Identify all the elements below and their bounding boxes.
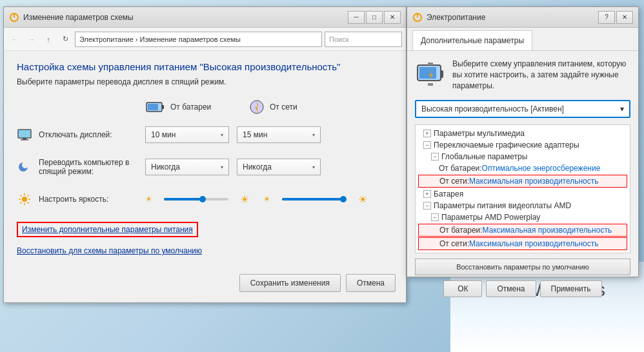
chevron-down-icon: ▾ (312, 164, 315, 170)
chevron-down-icon: ▾ (221, 132, 223, 138)
amd-battery-link[interactable]: Максимальная производительность (483, 226, 612, 235)
dialog-header-text: Выберите схему управления питанием, кото… (452, 59, 630, 91)
battery-column-icon (146, 101, 165, 113)
sleep-battery-value: Никогда (151, 162, 180, 171)
sun-large-mains-icon: ☀ (358, 193, 367, 206)
scheme-dropdown[interactable]: Высокая производительность [Активен] ▾ (415, 100, 630, 118)
tree-item-mains-max[interactable]: От сети: Максимальная производительность (418, 175, 627, 188)
display-mains-value: 15 мин (243, 130, 267, 139)
display-setting-label: Отключать дисплей: (39, 130, 145, 139)
back-button[interactable]: ← (8, 32, 22, 46)
tree-mains-prefix: От сети: (439, 177, 469, 186)
power-dialog-window: Электропитание ? ✕ Дополнительные параме… (407, 6, 639, 277)
tree-item-label: Батарея (434, 190, 463, 199)
sleep-mains-dropdown[interactable]: Никогда ▾ (237, 159, 321, 175)
display-battery-value: 10 мин (151, 130, 176, 139)
tree-item-amd-battery[interactable]: От батареи: Максимальная производительно… (418, 224, 627, 237)
dialog-header-area: Выберите схему управления питанием, кото… (415, 59, 630, 91)
advanced-settings-link[interactable]: Изменить дополнительные параметры питани… (17, 222, 198, 237)
tree-item-label: Параметры мультимедиа (434, 129, 525, 138)
breadcrumb: Электропитание › Изменение параметров сх… (79, 35, 241, 43)
tree-item-gpu[interactable]: − Переключаемые графические адаптеры (418, 139, 627, 151)
tree-item-battery[interactable]: + Батарея (418, 188, 627, 200)
sleep-battery-dropdown[interactable]: Никогда ▾ (145, 159, 229, 175)
close-button[interactable]: ✕ (384, 11, 401, 24)
tree-amd-mains-prefix: От сети: (439, 239, 469, 248)
tree-item-amd-powerplay[interactable]: − Параметры AMD Powerplay (418, 211, 627, 223)
cancel-button[interactable]: Отмена (346, 274, 396, 292)
battery-column-label: От батареи (170, 103, 211, 112)
sleep-mains-value: Никогда (243, 162, 272, 171)
sleep-controls: Никогда ▾ Никогда ▾ (145, 159, 321, 175)
expand-icon[interactable]: − (431, 153, 439, 161)
brightness-icon (17, 191, 32, 207)
main-window-buttons: Сохранить изменения Отмена (239, 274, 396, 292)
search-box[interactable]: Поиск (325, 32, 402, 47)
tree-amd-battery-prefix: От батареи: (439, 226, 483, 235)
svg-line-14 (28, 202, 29, 204)
svg-rect-5 (18, 130, 31, 138)
battery-opt-link[interactable]: Оптимальное энергосбережение (482, 164, 601, 173)
tree-item-amd-mains[interactable]: От сети: Максимальная производительность (418, 237, 627, 250)
restore-area: Восстановить параметры по умолчанию (415, 259, 630, 280)
tree-item-multimedia[interactable]: + Параметры мультимедиа (418, 128, 627, 139)
mains-brightness-slider[interactable] (282, 198, 347, 200)
scheme-value: Высокая производительность [Активен] (421, 104, 564, 113)
dialog-battery-icon (415, 59, 446, 90)
main-window-title: Изменение параметров схемы (23, 13, 348, 22)
cancel-button-dialog[interactable]: Отмена (486, 280, 536, 297)
up-button[interactable]: ↑ (41, 32, 55, 46)
minimize-button[interactable]: ─ (348, 11, 365, 24)
sleep-icon (17, 159, 32, 175)
main-window: Изменение параметров схемы ─ □ ✕ ← → ↑ ↻… (3, 6, 407, 303)
restore-defaults-link[interactable]: Восстановить для схемы параметры по умол… (17, 246, 393, 255)
forward-button[interactable]: → (25, 32, 39, 46)
dialog-window-controls: ? ✕ (598, 11, 633, 24)
display-battery-dropdown[interactable]: 10 мин ▾ (145, 126, 229, 143)
svg-rect-22 (428, 83, 433, 86)
restore-defaults-button[interactable]: Восстановить параметры по умолчанию (415, 259, 630, 275)
refresh-button[interactable]: ↻ (58, 32, 72, 46)
scheme-dropdown-arrow: ▾ (620, 104, 624, 113)
dialog-titlebar: Электропитание ? ✕ (407, 7, 638, 28)
dialog-help-button[interactable]: ? (598, 11, 615, 24)
tab-advanced-params[interactable]: Дополнительные параметры (412, 30, 532, 50)
expand-icon[interactable]: + (423, 190, 431, 198)
monitor-icon (17, 129, 32, 141)
tree-item-global[interactable]: − Глобальные параметры (418, 151, 627, 162)
svg-point-8 (22, 197, 27, 202)
expand-icon[interactable]: − (423, 141, 431, 149)
display-icon (17, 127, 32, 142)
svg-rect-2 (162, 105, 164, 109)
svg-line-13 (21, 195, 22, 197)
sleep-moon-icon (18, 161, 31, 173)
battery-column-header: От батареи (146, 101, 249, 113)
settings-tree-view[interactable]: + Параметры мультимедиа − Переключаемые … (415, 124, 630, 253)
sleep-setting-label: Переводить компьютер в спящий режим: (39, 158, 145, 176)
sleep-setting-row: Переводить компьютер в спящий режим: Ник… (17, 157, 393, 177)
apply-button[interactable]: Применить (540, 280, 602, 297)
tree-item-amd[interactable]: − Параметры питания видеоплаты AMD (418, 200, 627, 211)
mains-max-link[interactable]: Максимальная производительность (469, 177, 599, 186)
expand-icon[interactable]: − (431, 213, 439, 221)
brightness-setting-row: Настроить яркость: ☀ ☀ ☀ (17, 190, 393, 209)
sun-small-icon: ☀ (145, 195, 152, 204)
window-controls: ─ □ ✕ (348, 11, 401, 24)
dialog-power-icon (412, 12, 423, 23)
battery-brightness-slider[interactable] (164, 198, 228, 200)
content-area: Настройка схемы управления питанием "Выс… (4, 51, 406, 266)
save-button[interactable]: Сохранить изменения (239, 274, 341, 292)
ok-button[interactable]: ОК (443, 280, 482, 297)
maximize-button[interactable]: □ (366, 11, 383, 24)
address-input[interactable]: Электропитание › Изменение параметров сх… (75, 32, 322, 47)
address-bar: ← → ↑ ↻ Электропитание › Изменение парам… (4, 28, 406, 51)
bottom-links: Изменить дополнительные параметры питани… (17, 222, 393, 255)
expand-icon[interactable]: + (423, 130, 431, 137)
dialog-close-button[interactable]: ✕ (616, 11, 633, 24)
tree-item-label: Параметры питания видеоплаты AMD (434, 201, 571, 210)
svg-rect-21 (428, 63, 433, 65)
tree-item-battery-opt[interactable]: От батареи: Оптимальное энергосбережение (418, 162, 627, 174)
expand-icon[interactable]: − (423, 202, 431, 210)
amd-mains-link[interactable]: Максимальная производительность (469, 239, 599, 248)
display-mains-dropdown[interactable]: 15 мин ▾ (237, 126, 321, 143)
